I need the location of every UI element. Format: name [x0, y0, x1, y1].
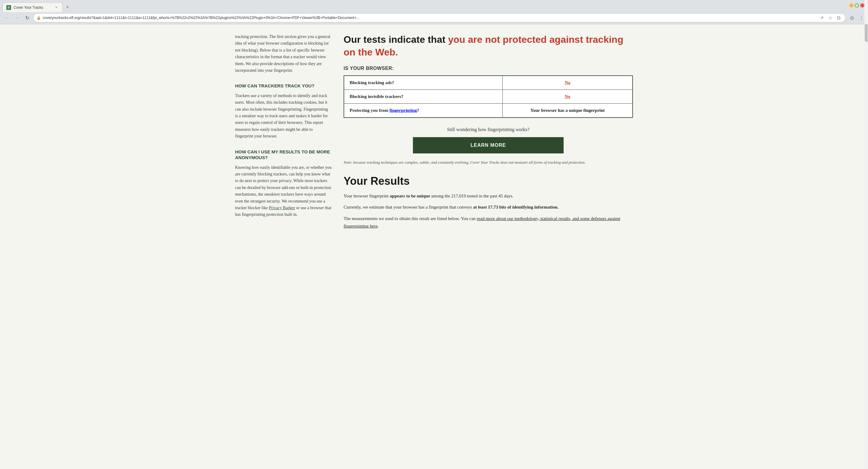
question-suffix-3: ? [417, 108, 419, 113]
svg-point-0 [7, 6, 10, 9]
answer-no-1: No [565, 80, 570, 85]
extensions-icon[interactable]: ⊡ [835, 14, 842, 22]
table-row: Protecting you from fingerprinting? Your… [344, 104, 632, 118]
question-prefix-3: Protecting you from [350, 108, 390, 113]
privacy-badger-link[interactable]: Privacy Badger [269, 206, 295, 210]
learn-more-button[interactable]: LEARN MORE [413, 137, 564, 153]
refresh-button[interactable]: ↻ [23, 13, 31, 22]
table-answer-2: No [503, 90, 632, 104]
sidebar-heading-trackers: HOW CAN TRACKERS TRACK YOU? [235, 83, 332, 89]
tab-favicon [6, 5, 11, 10]
wondering-text: Still wondering how fingerprinting works… [344, 127, 633, 132]
new-tab-button[interactable]: + [63, 3, 72, 11]
share-icon[interactable]: ↗ [818, 14, 826, 22]
your-results-title: Your Results [344, 175, 633, 187]
profile-button[interactable]: ⊙ [847, 13, 856, 22]
sidebar-body-anonymous-text1: Knowing how easily identifiable you are,… [235, 165, 332, 210]
browser-chrome: Cover Your Tracks × + — ⬜ ✕ ← → ↻ 🔒 cove… [0, 0, 868, 24]
table-row: Blocking tracking ads? No [344, 76, 632, 90]
nav-bar: ← → ↻ 🔒 coveryourtracks.eff.org/results?… [0, 12, 868, 24]
address-bar-icons: ↗ ☆ ⊡ [818, 14, 842, 22]
para2-bold: at least 17.73 bits of identifying infor… [473, 205, 558, 210]
tab-title: Cover Your Tracks [13, 5, 52, 10]
sidebar-body-trackers: Trackers use a variety of methods to ide… [235, 93, 332, 140]
para3-suffix: . [378, 224, 379, 228]
answer-unique: Your browser has a unique fingerprint [530, 108, 604, 113]
minimize-button[interactable]: — [849, 3, 854, 7]
results-headline: Our tests indicate that you are not prot… [344, 33, 633, 59]
sidebar-intro-text: tracking protection. The first section g… [235, 33, 332, 74]
sidebar-section-anonymous: HOW CAN I USE MY RESULTS TO BE MORE ANON… [235, 149, 332, 218]
tab-bar: Cover Your Tracks × + [0, 0, 846, 12]
browser-page: tracking protection. The first section g… [0, 24, 868, 469]
table-row: Blocking invisible trackers? No [344, 90, 632, 104]
results-table: Blocking tracking ads? No Blocking invis… [344, 75, 633, 118]
main-content: Our tests indicate that you are not prot… [344, 30, 633, 234]
para1-prefix: Your browser fingerprint [344, 193, 390, 198]
para3-prefix: The measurements we used to obtain this … [344, 216, 477, 221]
lock-icon: 🔒 [36, 16, 41, 20]
sidebar-body-anonymous: Knowing how easily identifiable you are,… [235, 164, 332, 218]
bookmark-icon[interactable]: ☆ [827, 14, 834, 22]
para2-prefix: Currently, we estimate that your browser… [344, 205, 473, 210]
scrollbar-thumb[interactable] [865, 24, 868, 42]
table-question-1: Blocking tracking ads? [344, 76, 503, 90]
address-bar[interactable]: 🔒 coveryourtracks.eff.org/results?&aat=1… [33, 13, 846, 22]
your-results-para1: Your browser fingerprint appears to be u… [344, 192, 633, 200]
table-answer-3: Your browser has a unique fingerprint [503, 104, 632, 118]
url-display: coveryourtracks.eff.org/results?&aat=1&d… [43, 16, 816, 20]
your-results-section: Your Results Your browser fingerprint ap… [344, 175, 633, 230]
note-text: Note: because tracking techniques are co… [344, 159, 633, 166]
sidebar: tracking protection. The first section g… [235, 30, 332, 234]
tab-close-button[interactable]: × [54, 5, 59, 10]
para1-bold: appears to be unique [390, 193, 430, 198]
close-window-button[interactable]: ✕ [860, 3, 864, 7]
back-button[interactable]: ← [2, 13, 11, 22]
table-answer-1: No [503, 76, 632, 90]
toolbar-right: ⊙ ⋮ [847, 13, 866, 22]
your-results-para2: Currently, we estimate that your browser… [344, 204, 633, 211]
your-results-para3: The measurements we used to obtain this … [344, 215, 633, 230]
active-tab[interactable]: Cover Your Tracks × [2, 2, 63, 12]
maximize-button[interactable]: ⬜ [855, 3, 859, 7]
is-your-browser-label: IS YOUR BROWSER: [344, 66, 633, 71]
headline-part1: Our tests indicate that [344, 34, 448, 45]
answer-no-2: No [565, 94, 570, 99]
fingerprinting-link[interactable]: fingerprinting [390, 108, 417, 113]
forward-button[interactable]: → [13, 13, 21, 22]
sidebar-section-trackers: HOW CAN TRACKERS TRACK YOU? Trackers use… [235, 83, 332, 139]
page-container: tracking protection. The first section g… [223, 24, 645, 240]
table-question-2: Blocking invisible trackers? [344, 90, 503, 104]
para1-suffix: among the 217,019 tested in the past 45 … [430, 193, 514, 198]
scrollbar[interactable] [864, 0, 868, 469]
sidebar-heading-anonymous: HOW CAN I USE MY RESULTS TO BE MORE ANON… [235, 149, 332, 161]
wondering-section: Still wondering how fingerprinting works… [344, 127, 633, 153]
table-question-3: Protecting you from fingerprinting? [344, 104, 503, 118]
